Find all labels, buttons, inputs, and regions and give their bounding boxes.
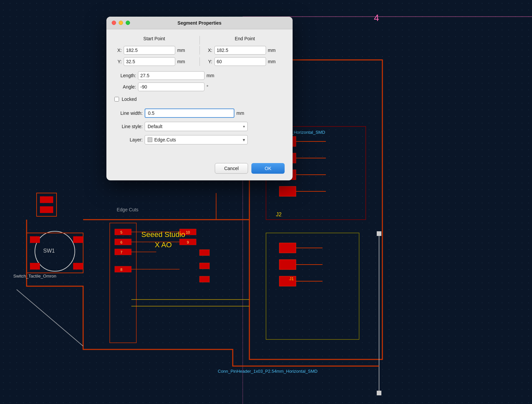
layer-color-box [148,137,152,142]
layer-label: Layer: [114,137,143,142]
angle-row: Angle: ° [114,83,285,91]
linewidth-input[interactable] [145,108,234,118]
start-x-input[interactable] [124,46,175,55]
dialog-titlebar: Segment Properties [106,17,293,29]
start-point-group: Start Point [114,36,194,45]
end-x-input[interactable] [214,46,266,55]
length-label: Length: [114,73,136,78]
start-x-label: X: [114,48,122,53]
end-x-group: X: mm [205,46,285,55]
start-y-unit: mm [177,59,187,64]
layer-value: Edge.Cuts [154,137,176,142]
end-y-unit: mm [268,59,277,64]
angle-input[interactable] [138,83,204,91]
linestyle-select[interactable]: Default Solid Dashed Dotted [145,122,248,131]
dialog-overlay: Segment Properties Start Point End Point… [0,0,532,404]
linestyle-row: Line style: Default Solid Dashed Dotted … [114,122,285,131]
cancel-button[interactable]: Cancel [215,163,248,174]
end-point-group: End Point [205,36,285,45]
end-y-label: Y: [205,59,212,64]
length-input[interactable] [138,71,204,80]
points-divider [200,36,200,45]
end-y-input[interactable] [214,57,266,66]
length-unit: mm [206,73,214,78]
y-coords-row: Y: mm Y: mm [114,57,285,66]
locked-checkbox[interactable] [114,97,119,101]
traffic-lights [112,21,130,25]
linewidth-row: Line width: mm [114,108,285,118]
maximize-button[interactable] [126,21,130,25]
start-y-input[interactable] [124,57,175,66]
points-headers: Start Point End Point [114,36,285,45]
x-coords-row: X: mm X: mm [114,46,285,55]
locked-label: Locked [122,97,137,102]
start-y-group: Y: mm [114,57,194,66]
dialog-body: Start Point End Point X: mm X: mm [106,29,293,159]
end-x-unit: mm [268,48,277,53]
length-angle-section: Length: mm Angle: ° [114,71,285,91]
dialog-buttons: Cancel OK [106,159,293,180]
layer-chevron-icon: ▾ [243,137,245,142]
minimize-button[interactable] [119,21,123,25]
end-y-group: Y: mm [205,57,285,66]
segment-properties-dialog: Segment Properties Start Point End Point… [106,17,293,180]
ok-button[interactable]: OK [251,163,285,174]
y-divider [200,57,200,66]
layer-dropdown-button[interactable]: ▾ [241,136,246,143]
locked-row: Locked [114,97,285,102]
linestyle-label: Line style: [114,124,143,129]
dialog-title: Segment Properties [178,20,221,26]
start-x-group: X: mm [114,46,194,55]
linewidth-unit: mm [236,110,244,116]
layer-select-display[interactable]: Edge.Cuts [145,135,248,144]
linewidth-label: Line width: [114,110,143,116]
layer-row: Layer: Edge.Cuts ▾ [114,135,285,144]
close-button[interactable] [112,21,116,25]
end-x-label: X: [205,48,212,53]
linestyle-select-wrapper: Default Solid Dashed Dotted ▾ [145,122,248,131]
x-divider [200,46,200,55]
angle-label: Angle: [114,84,136,90]
start-y-label: Y: [114,59,122,64]
start-point-header: Start Point [114,36,194,41]
angle-unit: ° [206,84,208,90]
layer-select-wrapper: Edge.Cuts ▾ [145,135,248,144]
length-row: Length: mm [114,71,285,80]
start-x-unit: mm [177,48,187,53]
end-point-header: End Point [205,36,285,41]
